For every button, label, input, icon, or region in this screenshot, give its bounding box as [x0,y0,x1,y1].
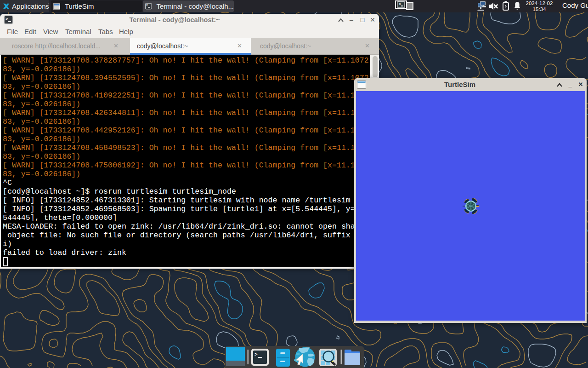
svg-text:>: > [399,2,401,6]
svg-text:>: > [6,17,8,22]
svg-text:>: > [254,352,258,357]
svg-text:>: > [146,4,148,7]
